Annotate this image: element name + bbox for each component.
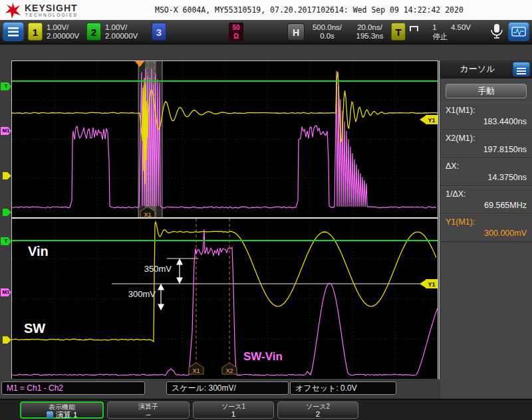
y1-cursor-flag[interactable]: Y1 <box>420 279 438 288</box>
main-toolbar: 1 1.00V/ 2.00000V 2 1.00V/ 2.00000V 3 50… <box>0 20 532 45</box>
x1-cursor-flag[interactable]: X1 <box>189 363 203 374</box>
cursor-label: X1(M1): <box>446 106 527 115</box>
trigger-level: 4.50V <box>451 23 471 32</box>
softkey-label: ソース2 <box>278 403 358 410</box>
cursor-panel-header: カーソル <box>440 60 532 78</box>
menu-button[interactable] <box>3 22 24 41</box>
cursor-value: 14.3750ns <box>446 173 527 182</box>
horizontal-zoom-delay: 195.3ns <box>350 32 389 41</box>
keysight-logo: KEYSIGHT TECHNOLOGIES <box>5 1 104 19</box>
keysight-spark-icon <box>5 2 22 19</box>
softkey-value: 演算 1 <box>56 411 78 419</box>
channel2-settings[interactable]: 1.00V/ 2.00000V <box>105 23 138 41</box>
swvin-label: SW-Vin <box>243 350 283 363</box>
horizontal-zoom-readout[interactable]: 20.0ns/ 195.3ns <box>350 23 389 41</box>
cursor-value: 69.565MHz <box>446 201 527 210</box>
status-bar: M1 = Ch1 - Ch2 スケール: 300mV/ オフセット: 0.0V <box>0 379 439 399</box>
channel1-button[interactable]: 1 <box>28 23 43 41</box>
menu-icon <box>7 26 20 38</box>
impedance-unit: Ω <box>229 32 243 41</box>
trigger-level-marker-zoom[interactable]: T <box>1 237 11 245</box>
waveform-display[interactable]: X1 Y1 <box>11 60 438 379</box>
annotation-350mv: 350mV <box>144 264 172 274</box>
softkey-display-function[interactable]: 表示機能 演算 1 <box>20 401 104 419</box>
zoom-timebase-panel: Vin SW SW-Vin 350mV 300mV X1 X2 Y1 <box>12 219 438 379</box>
cursor-row-1overdx[interactable]: 1/ΔX: 69.565MHz <box>440 186 532 214</box>
cursor-value: 300.000mV <box>446 229 527 238</box>
horizontal-button[interactable]: H <box>287 23 305 41</box>
cursor-value: 183.4400ns <box>446 117 527 126</box>
softkey-source2[interactable]: ソース2 2 <box>277 401 358 419</box>
softkey-source1[interactable]: ソース1 1 <box>193 401 274 419</box>
cursor-row-y1[interactable]: Y1(M1): 300.000mV <box>440 214 532 242</box>
x2-cursor-flag[interactable]: X2 <box>222 363 237 374</box>
svg-text:X1: X1 <box>144 211 151 218</box>
channel2-scale: 1.00V/ <box>105 23 138 32</box>
ch1-waveform-zoom <box>12 222 436 342</box>
channel1-settings[interactable]: 1.00V/ 2.00000V <box>47 23 79 41</box>
math-scale-readout[interactable]: スケール: 300mV/ <box>166 381 289 395</box>
trigger-source: 1 <box>432 23 436 32</box>
brand-subtitle: TECHNOLOGIES <box>25 13 78 17</box>
cursor-row-dx[interactable]: ΔX: 14.3750ns <box>440 158 532 186</box>
math-m1-waveform-main <box>12 68 436 208</box>
cursor-menu-button[interactable] <box>513 62 530 76</box>
trigger-button[interactable]: T <box>391 23 406 41</box>
cursor-label: X2(M1): <box>446 134 527 143</box>
instrument-title: MSO-X 6004A, MY55310519, 07.20.201710261… <box>155 5 464 15</box>
display-settings-button[interactable] <box>508 22 529 41</box>
horizontal-main-readout[interactable]: 500.0ns/ 0.0s <box>307 23 348 41</box>
display-sidebar-separator <box>439 60 440 379</box>
oscilloscope-screen: KEYSIGHT TECHNOLOGIES MSO-X 6004A, MY553… <box>0 0 532 420</box>
ch1-ground-marker-top[interactable] <box>3 172 11 179</box>
horizontal-main-delay: 0.0s <box>307 32 348 41</box>
math-ground-marker-top[interactable]: M1 <box>1 127 11 135</box>
cursor-label: Y1(M1): <box>446 217 527 227</box>
impedance-value: 50 <box>229 23 243 32</box>
math-ground-marker-zoom[interactable]: M1 <box>1 288 11 296</box>
softkey-operator[interactable]: 演算子 – <box>107 401 190 419</box>
ch2-ground-marker-top[interactable] <box>3 209 11 216</box>
acquisition-status: 停止 <box>410 33 471 41</box>
math-offset-readout[interactable]: オフセット: 0.0V <box>290 381 396 395</box>
cursor-row-x2[interactable]: X2(M1): 197.8150ns <box>440 130 532 158</box>
brand-name: KEYSIGHT <box>25 3 78 13</box>
channel2-offset: 2.00000V <box>105 32 138 41</box>
channel2-button[interactable]: 2 <box>86 23 101 41</box>
cursor-value: 197.8150ns <box>446 145 527 154</box>
cursor-label: 1/ΔX: <box>446 189 527 199</box>
title-bar: KEYSIGHT TECHNOLOGIES MSO-X 6004A, MY553… <box>0 0 532 20</box>
channel3-button[interactable]: 3 <box>152 23 166 41</box>
svg-text:X2: X2 <box>225 368 233 374</box>
graticule <box>12 219 438 379</box>
cursor-row-x1[interactable]: X1(M1): 183.4400ns <box>440 102 532 130</box>
channel1-scale: 1.00V/ <box>47 23 79 32</box>
cursor-label: ΔX: <box>446 161 527 171</box>
graticule <box>12 61 438 217</box>
math-icon <box>47 411 53 418</box>
channel1-offset: 2.00000V <box>47 32 79 41</box>
annotation-300mv: 300mV <box>128 289 156 299</box>
softkey-value: – <box>108 410 189 418</box>
softkey-menu: 表示機能 演算 1 演算子 – ソース1 1 ソース2 2 <box>0 399 532 420</box>
softkey-value: 1 <box>194 410 273 418</box>
softkey-label: ソース1 <box>194 403 273 410</box>
horizontal-main-scale: 500.0ns/ <box>307 23 348 32</box>
vin-label: Vin <box>28 244 49 259</box>
softkey-label: 表示機能 <box>21 403 102 411</box>
softkey-label: 演算子 <box>108 403 189 410</box>
trigger-level-marker-top[interactable]: T <box>1 82 11 90</box>
y1-cursor-flag-main[interactable]: Y1 <box>420 115 438 124</box>
microphone-icon[interactable] <box>489 23 504 41</box>
impedance-50ohm-badge[interactable]: 50 Ω <box>229 23 243 41</box>
pulse-width-trigger-icon <box>410 26 418 31</box>
svg-text:X1: X1 <box>192 368 200 374</box>
cursor-panel: カーソル 手動 X1(M1): 183.4400ns X2(M1): 197.8… <box>440 60 532 399</box>
math-definition-readout[interactable]: M1 = Ch1 - Ch2 <box>1 381 145 395</box>
ch1-ground-marker-zoom[interactable] <box>3 336 11 344</box>
trigger-readout[interactable]: 1 4.50V 停止 <box>410 23 471 41</box>
svg-text:Y1: Y1 <box>428 117 435 124</box>
display-settings-icon <box>511 25 527 39</box>
cursor-mode-button[interactable]: 手動 <box>446 84 527 98</box>
list-icon <box>517 70 526 72</box>
